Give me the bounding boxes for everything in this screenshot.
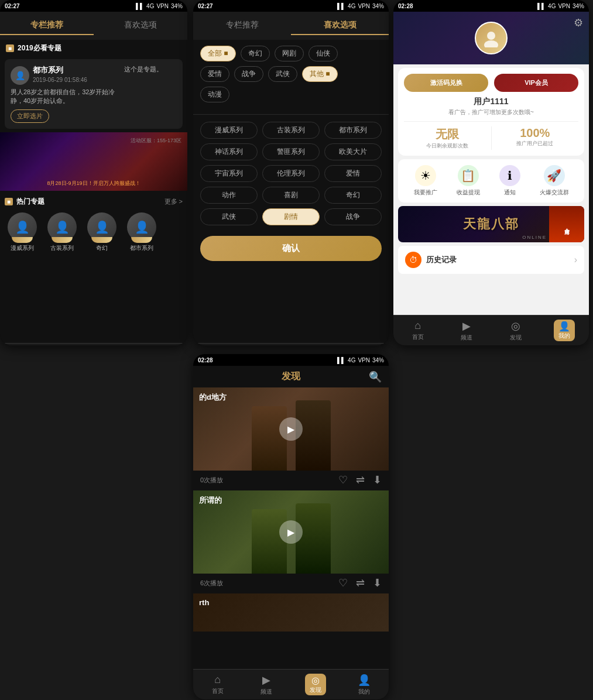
phone2-frame: 02:27 ▌▌ 4G VPN 34% 专栏推荐 喜欢选项 全部 ■ 奇幻 网剧…	[193, 0, 389, 345]
grid-wuxia2[interactable]: 武侠	[200, 208, 258, 225]
menu-promote-label: 我要推广	[414, 188, 437, 197]
search-icon-4[interactable]: 🔍	[369, 370, 382, 383]
hot-item-3[interactable]: 👤 都市系列	[124, 212, 159, 252]
nav-discover-3[interactable]: ◎ 发现	[491, 315, 540, 345]
nav-discover-2[interactable]: ◎ 发现	[291, 344, 340, 345]
hot-avatar-0: 👤	[8, 212, 37, 242]
hot-tag: ■	[5, 198, 13, 205]
menu-notify[interactable]: ℹ 通知	[499, 165, 520, 197]
profile-game-banner[interactable]: 金庸 天龍八部 ONLINE	[398, 206, 584, 242]
nav-home-1[interactable]: ⌂ 首页	[0, 344, 47, 345]
play-btn-2[interactable]: ▶	[279, 520, 303, 544]
video-thumbnail-2[interactable]: 所谓的 ▶	[193, 490, 389, 574]
grid-comedy[interactable]: 喜剧	[262, 187, 320, 204]
filter-love[interactable]: 爱情	[200, 66, 229, 82]
grid-drama[interactable]: 剧情	[262, 208, 320, 225]
phone1-frame: 02:27 ▌▌ 4G VPN 34% 专栏推荐 喜欢选项 ■ 2019必看专题…	[0, 0, 187, 345]
hot-item-0[interactable]: 👤 漫威系列	[5, 212, 40, 252]
video-card-3[interactable]: rth	[193, 593, 389, 632]
menu-earnings[interactable]: 📋 收益提现	[457, 165, 480, 197]
filter-xianxia[interactable]: 仙侠	[309, 46, 338, 61]
card-right-text: 这个是专题。	[124, 65, 177, 74]
grid-shenhua[interactable]: 神话系列	[200, 143, 258, 160]
tab-favorites-1[interactable]: 喜欢选项	[94, 16, 187, 35]
tab-favorites-2[interactable]: 喜欢选项	[291, 16, 389, 35]
filter-anime[interactable]: 动漫	[200, 87, 229, 102]
grid-dushi[interactable]: 都市系列	[324, 122, 382, 139]
grid-guzhuang[interactable]: 古装系列	[262, 122, 320, 139]
filter-fantasy[interactable]: 奇幻	[241, 46, 270, 61]
nav-home-3[interactable]: ⌂ 首页	[393, 315, 443, 345]
hot-arc-3	[131, 237, 152, 243]
notify-icon: ℹ	[499, 165, 520, 186]
nav-discover-4[interactable]: ◎ 发现	[291, 670, 340, 699]
vpn-label-3: VPN	[558, 3, 570, 9]
nav-discover-1[interactable]: ◎ 发现	[94, 344, 140, 345]
video-thumbnail-1[interactable]: 的d地方 ▶	[193, 387, 389, 471]
watch-button[interactable]: 立即选片	[11, 109, 49, 123]
filter-wuxia[interactable]: 武侠	[268, 66, 297, 82]
banner-sub: 8月28日-9月19日！开启万人跨服盛战！	[47, 180, 140, 187]
nav-channel-1[interactable]: ▶ 频道	[47, 344, 94, 345]
vip-button[interactable]: VIP会员	[494, 74, 578, 92]
grid-ethics[interactable]: 伦理系列	[262, 165, 320, 182]
history-icon: ⏱	[405, 252, 421, 268]
nav-channel-2[interactable]: ▶ 频道	[242, 344, 292, 345]
bottom-nav-3: ⌂ 首页 ▶ 频道 ◎ 发现 👤 我的	[393, 315, 589, 345]
banner-game-text: 天龍八部	[463, 215, 519, 233]
filter-all[interactable]: 全部 ■	[200, 46, 236, 61]
tab-featured-1[interactable]: 专栏推荐	[0, 16, 94, 35]
download-icon-2[interactable]: ⬇	[373, 577, 382, 589]
nav-profile-3[interactable]: 👤 我的	[540, 315, 589, 345]
settings-icon[interactable]: ⚙	[574, 16, 583, 29]
share-icon-2[interactable]: ⇌	[356, 577, 365, 589]
banner-image[interactable]: 活动区服：155-173区 沙城争霸 8月28日-9月19日！开启万人跨服盛战！	[0, 132, 187, 191]
play-btn-1[interactable]: ▶	[279, 417, 303, 441]
share-icon-1[interactable]: ⇌	[356, 473, 365, 486]
grid-manwei[interactable]: 漫威系列	[200, 122, 258, 139]
nav-discover-label-4: 发现	[310, 686, 321, 694]
grid-war[interactable]: 战争	[324, 208, 382, 225]
hot-item-2[interactable]: 👤 奇幻	[84, 212, 119, 252]
nav-home-label-4: 首页	[212, 687, 224, 695]
grid-universe[interactable]: 宇宙系列	[200, 165, 258, 182]
nav-home-4[interactable]: ⌂ 首页	[193, 670, 242, 699]
history-row[interactable]: ⏱ 历史记录 ›	[398, 246, 584, 274]
menu-group[interactable]: 🚀 火爆交流群	[540, 165, 569, 197]
nav-profile-1[interactable]: 👤 我的	[140, 344, 187, 345]
menu-row: ☀ 我要推广 📋 收益提现 ℹ 通知 🚀 火爆交流群	[398, 159, 584, 203]
featured-title: 2019必看专题	[18, 43, 61, 53]
grid-romance[interactable]: 爱情	[324, 165, 382, 182]
filter-row-3: 动漫	[200, 87, 382, 102]
more-button-1[interactable]: 更多 >	[164, 197, 183, 206]
filter-war[interactable]: 战争	[234, 66, 263, 82]
like-icon-1[interactable]: ♡	[338, 473, 348, 486]
nav-channel-4[interactable]: ▶ 频道	[242, 670, 292, 699]
home-icon-4: ⌂	[214, 674, 221, 686]
menu-promote[interactable]: ☀ 我要推广	[414, 165, 437, 197]
grid-jingfei[interactable]: 警匪系列	[262, 143, 320, 160]
nav-home-2[interactable]: ⌂ 首页	[193, 344, 242, 345]
confirm-button[interactable]: 确认	[200, 236, 382, 261]
grid-europe[interactable]: 欧美大片	[324, 143, 382, 160]
status-right-2: ▌▌ 4G VPN 34%	[337, 3, 384, 9]
grid-action[interactable]: 动作	[200, 187, 258, 204]
nav-channel-3[interactable]: ▶ 频道	[443, 315, 492, 345]
filter-row-1: 全部 ■ 奇幻 网剧 仙侠	[200, 46, 382, 61]
tab-featured-2[interactable]: 专栏推荐	[193, 16, 291, 35]
grid-fantasy[interactable]: 奇幻	[324, 187, 382, 204]
filter-other[interactable]: 其他 ■	[302, 66, 338, 82]
discover-active-icon-4: ◎	[311, 675, 320, 686]
like-icon-2[interactable]: ♡	[338, 577, 348, 589]
filter-webdrama[interactable]: 网剧	[275, 46, 304, 61]
video-views-1: 0次播放	[200, 476, 338, 485]
download-icon-1[interactable]: ⬇	[373, 473, 382, 486]
discover-title: 发现	[282, 370, 300, 383]
video-overlay-3: rth	[199, 598, 209, 607]
nav-profile-4[interactable]: 👤 我的	[340, 670, 389, 699]
activate-button[interactable]: 激活码兑换	[404, 74, 488, 92]
signal-icon-2: ▌▌	[337, 3, 345, 9]
card-time: 2019-06-29 01:58:46	[33, 77, 87, 83]
nav-profile-2[interactable]: 👤 我的	[340, 344, 389, 345]
hot-item-1[interactable]: 👤 古装系列	[44, 212, 80, 252]
